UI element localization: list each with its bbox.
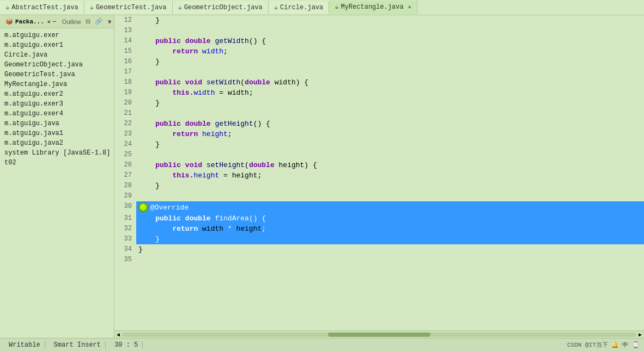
tab-geometrictest[interactable]: ☕ GeometricTest.java (84, 1, 173, 14)
line-number: 24 (114, 139, 136, 150)
line-number: 27 (114, 170, 136, 181)
sidebar: 📦 Packa... ✕ — Outline ⊟ 🔗 ▼ m.atguigu.e… (0, 15, 114, 338)
line-number: 20 (114, 98, 136, 108)
line-content[interactable]: return width; (136, 46, 644, 57)
line-content-highlighted[interactable]: } (136, 234, 644, 244)
scroll-right-icon[interactable]: ▶ (639, 331, 642, 338)
sidebar-item-t02[interactable]: t02 (0, 158, 114, 168)
table-row: 35 (114, 255, 644, 265)
line-content-highlighted[interactable]: @Override (136, 201, 644, 213)
line-content[interactable] (136, 108, 644, 119)
table-row: 31 public double findArea() { (114, 213, 644, 224)
sidebar-item-myrectangle[interactable]: MyRectangle.java (0, 79, 114, 89)
horizontal-scrollbar[interactable]: ◀ ▶ (114, 330, 644, 338)
tab-label: AbstractTest.java (11, 4, 78, 11)
table-row: 27 this.height = height; (114, 170, 644, 181)
table-row: 33 } (114, 234, 644, 244)
line-content[interactable]: } (136, 244, 644, 255)
tab-bar: ☕ AbstractTest.java ☕ GeometricTest.java… (0, 0, 644, 15)
smart-insert-status: Smart Insert (50, 341, 106, 349)
line-number: 21 (114, 108, 136, 119)
line-number: 17 (114, 67, 136, 77)
sidebar-item-java[interactable]: m.atguigu.java (0, 119, 114, 128)
sidebar-item-exer4[interactable]: m.atguigu.exer4 (0, 109, 114, 119)
line-content[interactable]: } (136, 57, 644, 67)
sidebar-item-exer1[interactable]: m.atguigu.exer1 (0, 40, 114, 50)
table-row: 34 } (114, 244, 644, 255)
table-row: 24 } (114, 139, 644, 150)
link-with-editor-button[interactable]: 🔗 (93, 17, 104, 26)
table-row: 32 return width * height; (114, 224, 644, 234)
table-row: 25 (114, 150, 644, 160)
tab-circle[interactable]: ☕ Circle.java (269, 1, 329, 14)
scroll-left-icon[interactable]: ◀ (117, 331, 120, 338)
sidebar-item-java2[interactable]: m.atguigu.java2 (0, 138, 114, 148)
line-content[interactable] (136, 150, 644, 160)
sidebar-item-circle[interactable]: Circle.java (0, 50, 114, 60)
table-row: 30 @Override (114, 201, 644, 213)
line-number: 34 (114, 244, 136, 255)
main-layout: 📦 Packa... ✕ — Outline ⊟ 🔗 ▼ m.atguigu.e… (0, 15, 644, 338)
close-icon[interactable]: ✕ (47, 19, 51, 25)
table-row: 29 (114, 191, 644, 201)
line-content[interactable]: public double getWidth() { (136, 36, 644, 46)
sidebar-items: m.atguigu.exer m.atguigu.exer1 Circle.ja… (0, 28, 114, 338)
tab-geometricobject[interactable]: ☕ GeometricObject.java (173, 1, 269, 14)
code-scroll[interactable]: 12 } 13 14 public double getWidth() { (114, 15, 644, 330)
line-content[interactable]: } (136, 139, 644, 150)
line-number: 26 (114, 160, 136, 170)
tab-abstracttest[interactable]: ☕ AbstractTest.java (0, 1, 84, 14)
sidebar-item-geometrictest[interactable]: GeometricTest.java (0, 70, 114, 79)
sidebar-item-java1[interactable]: m.atguigu.java1 (0, 128, 114, 138)
scrollbar-track[interactable] (122, 332, 636, 337)
line-content[interactable]: return height; (136, 129, 644, 139)
line-content-highlighted[interactable]: return width * height; (136, 224, 644, 234)
tab-close-icon[interactable]: ✕ (408, 4, 411, 10)
system-tray: 🔔 中 ⌚ (611, 341, 640, 349)
java-icon: ☕ (335, 3, 338, 11)
line-content[interactable]: public void setWidth(double width) { (136, 77, 644, 88)
line-number: 25 (114, 150, 136, 160)
sidebar-item-library[interactable]: system Library [JavaSE-1.8] (0, 148, 114, 158)
line-number: 28 (114, 181, 136, 191)
line-content[interactable] (136, 191, 644, 201)
line-number: 12 (114, 15, 136, 26)
tab-label: Circle.java (280, 4, 323, 11)
outline-toggle[interactable]: Outline (60, 17, 83, 26)
sidebar-item-geometricobject[interactable]: GeometricObject.java (0, 60, 114, 70)
sidebar-item-exer3[interactable]: m.atguigu.exer3 (0, 99, 114, 109)
writable-status: Writable (4, 341, 45, 349)
sidebar-item-exer[interactable]: m.atguigu.exer (0, 30, 114, 40)
tab-label: GeometricObject.java (184, 4, 263, 11)
tab-myrectangle[interactable]: ☕ MyRectangle.java ✕ (329, 1, 417, 14)
line-content[interactable]: } (136, 15, 644, 26)
line-content[interactable]: this.width = width; (136, 88, 644, 98)
line-content[interactable]: this.height = height; (136, 170, 644, 181)
java-icon: ☕ (178, 3, 182, 11)
code-area: 12 } 13 14 public double getWidth() { (114, 15, 644, 338)
view-menu-button[interactable]: ▼ (105, 17, 114, 26)
collapse-all-button[interactable]: ⊟ (84, 17, 92, 26)
line-content[interactable]: public double getHeight() { (136, 119, 644, 129)
line-content-highlighted[interactable]: public double findArea() { (136, 213, 644, 224)
csdn-label: CSDN @IT当下 (567, 341, 608, 349)
table-row: 19 this.width = width; (114, 88, 644, 98)
sidebar-toolbar: Outline ⊟ 🔗 ▼ (60, 17, 114, 26)
package-explorer-header: 📦 Packa... ✕ — (3, 17, 58, 26)
sidebar-item-exer2[interactable]: m.atguigu.exer2 (0, 89, 114, 99)
line-content[interactable]: } (136, 181, 644, 191)
tab-label: GeometricTest.java (96, 4, 167, 11)
line-number: 23 (114, 129, 136, 139)
line-content[interactable] (136, 255, 644, 265)
scrollbar-thumb[interactable] (328, 332, 431, 337)
line-content[interactable] (136, 26, 644, 36)
java-icon: ☕ (90, 3, 94, 11)
line-content[interactable]: public void setHeight(double height) { (136, 160, 644, 170)
line-content[interactable]: } (136, 98, 644, 108)
table-row: 15 return width; (114, 46, 644, 57)
table-row: 12 } (114, 15, 644, 26)
line-number: 31 (114, 213, 136, 224)
line-number: 14 (114, 36, 136, 46)
line-content[interactable] (136, 67, 644, 77)
minimize-icon[interactable]: — (53, 19, 56, 24)
